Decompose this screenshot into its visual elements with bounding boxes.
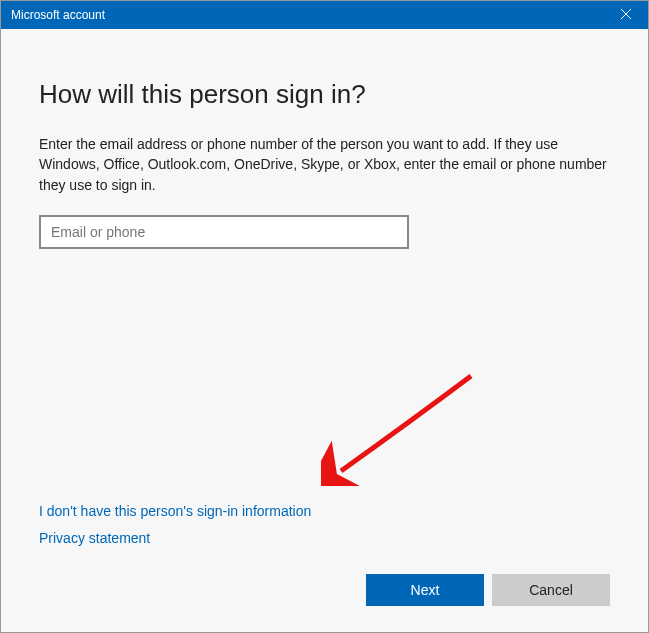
privacy-statement-link[interactable]: Privacy statement [39, 530, 150, 546]
title-bar: Microsoft account [1, 1, 648, 29]
close-icon [621, 8, 631, 22]
email-input-wrap [39, 215, 610, 249]
no-signin-info-link[interactable]: I don't have this person's sign-in infor… [39, 503, 311, 519]
email-or-phone-input[interactable] [39, 215, 409, 249]
window-title: Microsoft account [11, 8, 105, 22]
dialog-window: Microsoft account How will this person s… [0, 0, 649, 633]
dialog-content: How will this person sign in? Enter the … [1, 29, 648, 632]
close-button[interactable] [604, 1, 648, 29]
button-row: Next Cancel [39, 574, 610, 612]
links-section: I don't have this person's sign-in infor… [39, 502, 610, 556]
spacer [39, 257, 610, 502]
page-title: How will this person sign in? [39, 79, 610, 110]
next-button[interactable]: Next [366, 574, 484, 606]
cancel-button[interactable]: Cancel [492, 574, 610, 606]
instruction-text: Enter the email address or phone number … [39, 134, 610, 195]
